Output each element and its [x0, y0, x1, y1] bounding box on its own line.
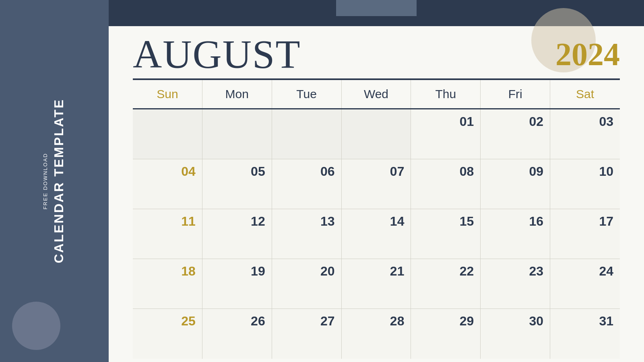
day-number: 31	[557, 314, 613, 329]
calendar-day: 01	[411, 109, 481, 159]
day-number: 23	[487, 264, 543, 279]
calendar-day: 25	[133, 309, 202, 359]
day-number: 16	[487, 214, 543, 229]
day-header-tue: Tue	[272, 80, 342, 108]
calendar-day: 10	[550, 159, 620, 209]
calendar-day: 07	[342, 159, 411, 209]
day-number: 24	[557, 264, 613, 279]
day-number: 02	[487, 114, 543, 129]
calendar-day: 03	[550, 109, 620, 159]
calendar-area: AUGUST 2024 SunMonTueWedThuFriSat 010203…	[109, 0, 644, 362]
day-header-fri: Fri	[481, 80, 550, 108]
sidebar: FREE DOWNLOAD CALENDAR TEMPLATE	[0, 0, 109, 362]
calendar-day: 04	[133, 159, 202, 209]
calendar-day	[272, 109, 342, 159]
calendar-day: 20	[272, 259, 342, 309]
calendar-day	[133, 109, 202, 159]
calendar-day: 29	[411, 309, 481, 359]
calendar-day: 05	[202, 159, 272, 209]
day-header-wed: Wed	[342, 80, 411, 108]
day-number: 27	[279, 314, 335, 329]
calendar-day: 31	[550, 309, 620, 359]
calendar-week-2: 04050607080910	[133, 159, 620, 209]
day-number: 14	[348, 214, 405, 229]
calendar-day	[202, 109, 272, 159]
calendar-day: 26	[202, 309, 272, 359]
top-bar-notch	[336, 0, 417, 16]
day-number: 19	[209, 264, 265, 279]
calendar-day	[342, 109, 411, 159]
sidebar-text: FREE DOWNLOAD CALENDAR TEMPLATE	[42, 99, 66, 263]
calendar-day: 15	[411, 209, 481, 259]
sidebar-circle-decoration	[12, 302, 60, 350]
day-number: 21	[348, 264, 405, 279]
day-number: 07	[348, 164, 405, 179]
calendar-day: 09	[481, 159, 550, 209]
day-number: 22	[417, 264, 474, 279]
calendar-week-5: 25262728293031	[133, 309, 620, 359]
calendar-week-1: 010203	[133, 109, 620, 159]
calendar-day: 16	[481, 209, 550, 259]
day-number: 26	[209, 314, 265, 329]
day-number: 06	[279, 164, 335, 179]
day-number: 10	[557, 164, 613, 179]
year-title: 2024	[555, 38, 620, 70]
calendar-header: AUGUST 2024	[133, 34, 620, 78]
day-number: 13	[279, 214, 335, 229]
day-number: 15	[417, 214, 474, 229]
calendar-day: 08	[411, 159, 481, 209]
calendar-grid: 0102030405060708091011121314151617181920…	[133, 109, 620, 359]
calendar-day: 27	[272, 309, 342, 359]
calendar-content: AUGUST 2024 SunMonTueWedThuFriSat 010203…	[109, 26, 644, 362]
day-header-thu: Thu	[411, 80, 481, 108]
day-header-sat: Sat	[550, 80, 620, 108]
calendar-day: 24	[550, 259, 620, 309]
day-number: 28	[348, 314, 405, 329]
day-number: 09	[487, 164, 543, 179]
free-download-label: FREE DOWNLOAD	[42, 153, 48, 210]
calendar-day: 28	[342, 309, 411, 359]
day-number: 25	[139, 314, 196, 329]
calendar-day: 19	[202, 259, 272, 309]
day-number: 18	[139, 264, 196, 279]
day-number: 03	[557, 114, 613, 129]
calendar-day: 30	[481, 309, 550, 359]
calendar-day: 22	[411, 259, 481, 309]
day-number: 29	[417, 314, 474, 329]
day-number: 12	[209, 214, 265, 229]
day-header-mon: Mon	[202, 80, 272, 108]
calendar-day: 14	[342, 209, 411, 259]
day-number: 20	[279, 264, 335, 279]
day-headers: SunMonTueWedThuFriSat	[133, 80, 620, 109]
day-number: 01	[417, 114, 474, 129]
day-number: 08	[417, 164, 474, 179]
calendar-day: 17	[550, 209, 620, 259]
day-number: 17	[557, 214, 613, 229]
calendar-day: 11	[133, 209, 202, 259]
calendar-template-label: CALENDAR TEMPLATE	[52, 99, 66, 263]
day-header-sun: Sun	[133, 80, 202, 108]
month-title: AUGUST	[133, 34, 301, 74]
day-number: 30	[487, 314, 543, 329]
calendar-week-4: 18192021222324	[133, 259, 620, 309]
calendar-day: 02	[481, 109, 550, 159]
calendar-day: 12	[202, 209, 272, 259]
calendar-day: 06	[272, 159, 342, 209]
day-number: 05	[209, 164, 265, 179]
day-number: 04	[139, 164, 196, 179]
day-number: 11	[139, 214, 196, 229]
calendar-day: 23	[481, 259, 550, 309]
calendar-week-3: 11121314151617	[133, 209, 620, 259]
calendar-day: 21	[342, 259, 411, 309]
calendar-day: 13	[272, 209, 342, 259]
calendar-day: 18	[133, 259, 202, 309]
